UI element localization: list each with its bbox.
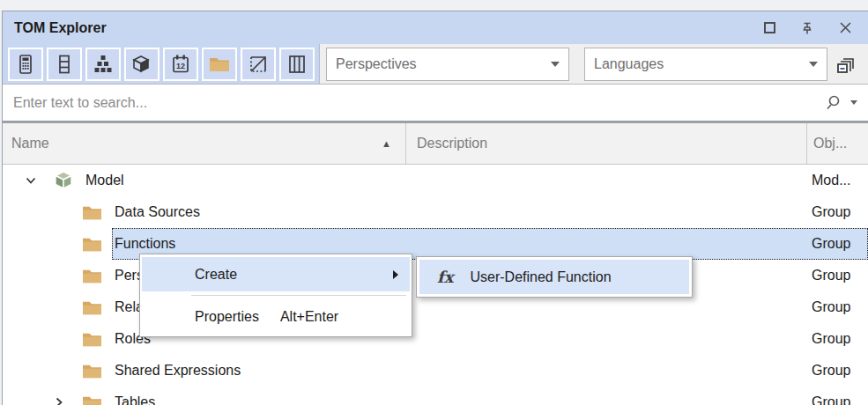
filter-calculator-button[interactable] [8,48,43,81]
svg-text:12: 12 [176,62,185,70]
titlebar: TOM Explorer [3,11,868,44]
context-menu-item-properties[interactable]: Properties Alt+Enter [142,299,410,334]
tree-row-shared-expressions-name-cell: Shared Expressions [3,361,807,380]
folder-icon [80,234,103,254]
calculator-icon [16,54,35,75]
filter-table-button[interactable] [47,48,82,81]
object-type-value: Mod... [812,173,850,188]
tree-row-shared-expressions[interactable]: Shared Expressions Group [3,355,868,387]
sort-ascending-icon: ▲ [382,138,391,149]
model-cube-icon [52,171,75,190]
keyboard-shortcut: Alt+Enter [280,309,338,325]
folder-icon [80,202,103,222]
search-options-chevron-icon[interactable] [850,100,857,105]
search-bar [3,85,868,121]
maximize-button[interactable] [762,21,776,35]
pin-icon [800,21,814,35]
tree-row-functions[interactable]: Functions Group [3,228,868,260]
filter-columns-button[interactable] [279,48,315,81]
collapse-chevron-icon[interactable] [24,174,37,188]
context-menu-item-create[interactable]: Create [142,257,410,291]
create-submenu: fx User-Defined Function [416,256,693,298]
object-type-value: Group [812,363,850,379]
context-menu: Create Properties Alt+Enter [139,254,412,337]
object-type-value: Group [812,331,850,347]
folder-icon [80,329,103,349]
expand-chevron-icon[interactable] [52,396,65,405]
filter-folder-button[interactable] [202,48,237,81]
object-type-value: Group [812,236,850,252]
submenu-arrow-icon [393,270,398,279]
tree-row-roles[interactable]: Roles Group [3,323,868,355]
context-menu-item-label: Properties [195,309,259,325]
languages-dropdown[interactable]: Languages [584,48,827,81]
close-button[interactable] [838,21,852,35]
filter-buttons-group: 12 [3,44,320,84]
menu-separator [191,295,406,296]
perspectives-dropdown[interactable]: Perspectives [326,48,569,81]
submenu-item-user-defined-function[interactable]: fx User-Defined Function [419,260,689,294]
chevron-down-icon [809,62,818,67]
cascade-windows-icon [835,53,857,76]
tree-row-label: Shared Expressions [115,363,241,379]
column-header-name[interactable]: Name ▲ [3,123,406,164]
filter-calendar-button[interactable]: 12 [163,48,198,81]
search-input[interactable] [13,95,825,111]
tree-row-label: Functions [115,236,175,252]
filter-perspective-button[interactable] [241,48,276,81]
column-header-name-label: Name [11,136,49,151]
perspective-square-icon [248,54,269,75]
toolbar: 12 [3,44,868,85]
hierarchy-icon [93,54,114,75]
object-type-value: Group [812,299,850,315]
column-header-object-type[interactable]: Obj... [807,123,868,164]
cube-icon [131,54,152,75]
tree-row-model-name-cell: Model [3,171,807,190]
table-rows-icon [55,54,74,75]
submenu-item-label: User-Defined Function [470,269,611,285]
folder-icon [208,55,231,74]
object-type-value: Group [812,394,850,405]
window-controls [762,21,868,35]
languages-dropdown-value: Languages [594,56,664,72]
tree-row-tables[interactable]: Tables Group [3,387,868,405]
tree-row-label: Model [85,173,124,188]
object-type-value: Group [812,268,850,284]
perspectives-dropdown-value: Perspectives [336,56,417,72]
search-icon[interactable] [825,94,842,111]
tom-explorer-panel: TOM Explorer [2,11,868,405]
grid-header: Name ▲ Description Obj... [3,121,868,165]
window-title: TOM Explorer [14,20,107,36]
object-type-value: Group [812,204,850,220]
context-menu-item-label: Create [195,267,237,283]
tree-row-label: Tables [115,394,155,405]
folder-icon [80,361,103,380]
column-header-description[interactable]: Description [406,123,807,164]
columns-icon [286,54,308,75]
fx-icon: fx [437,268,453,286]
pin-button[interactable] [800,21,814,35]
column-header-description-label: Description [417,136,487,151]
tree-row-label: Data Sources [115,204,200,220]
windows-cascade-button[interactable] [828,48,864,81]
tom-explorer-window: { "window": { "title": "TOM Explorer" },… [0,0,868,405]
tree-row-data-sources[interactable]: Data Sources Group [3,196,868,228]
tree-row-data-sources-name-cell: Data Sources [3,202,807,222]
tree-row-model[interactable]: Model Mod... [3,165,868,196]
filter-cube-button[interactable] [124,48,160,81]
folder-icon [80,266,103,285]
tree-row-tables-name-cell: Tables [3,393,807,405]
close-icon [839,21,852,34]
folder-icon [80,298,103,317]
maximize-icon [764,22,775,33]
filter-hierarchy-button[interactable] [85,48,121,81]
column-header-object-type-label: Obj... [813,136,847,151]
chevron-down-icon [551,62,560,67]
folder-icon [80,393,103,405]
tree-row-functions-name-cell: Functions [3,234,807,254]
calendar-12-icon: 12 [170,54,191,75]
